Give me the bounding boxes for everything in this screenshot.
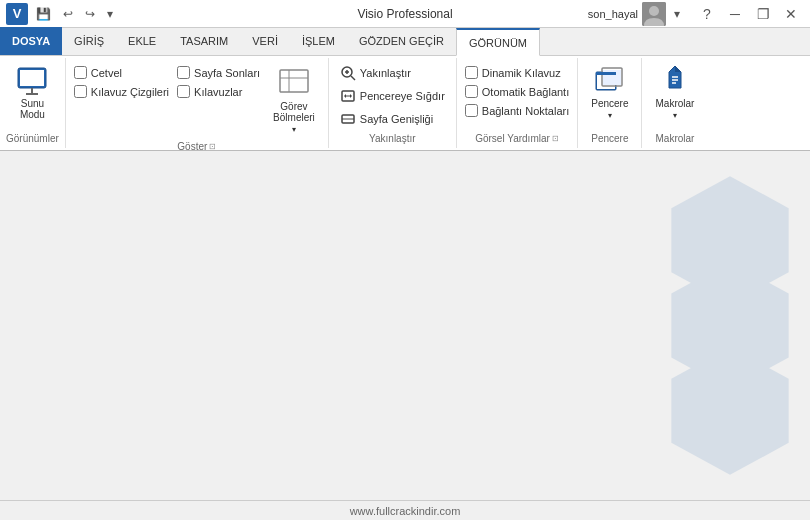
svg-rect-3 xyxy=(20,70,44,86)
gorsel-yardimlar-label: Görsel Yardımlar ⊡ xyxy=(463,131,571,146)
tab-ekle[interactable]: EKLE xyxy=(116,27,168,55)
ribbon: SunuModu Görünümler Cetvel Kılavuz Çizgi… xyxy=(0,56,810,151)
pencere-label: Pencere xyxy=(591,98,628,109)
svg-point-1 xyxy=(649,6,659,16)
pencere-dropdown-arrow: ▾ xyxy=(608,111,612,120)
qat-dropdown[interactable]: ▾ xyxy=(103,5,117,23)
cetvel-input[interactable] xyxy=(74,66,87,79)
ribbon-group-gorsel-yardimlar: Dinamik Kılavuz Otomatik Bağlantı Bağlan… xyxy=(457,58,578,148)
ribbon-group-yakinlastir: Yakınlaştır Pencereye Sığdır xyxy=(329,58,457,148)
tab-gozden[interactable]: GÖZDEN GEÇİR xyxy=(347,27,456,55)
makrolar-button[interactable]: Makrolar ▾ xyxy=(648,60,701,124)
yakinlastir-col: Yakınlaştır Pencereye Sığdır xyxy=(335,60,450,130)
help-button[interactable]: ? xyxy=(694,4,720,24)
close-button[interactable]: ✕ xyxy=(778,4,804,24)
sayfa-sonlari-label: Sayfa Sonları xyxy=(194,67,260,79)
gorev-bolumleri-button[interactable]: GörevBölmeleri ▾ xyxy=(266,62,322,139)
sayfa-sonlari-checkbox[interactable]: Sayfa Sonları xyxy=(175,64,262,81)
qat-redo[interactable]: ↪ xyxy=(81,5,99,23)
title-bar-left: V 💾 ↩ ↪ ▾ xyxy=(6,3,117,25)
kilavuzlar-checkbox[interactable]: Kılavuzlar xyxy=(175,83,262,100)
goster-content: Cetvel Kılavuz Çizgileri Sayfa Sonları K… xyxy=(72,60,322,139)
yakinlastir-button[interactable]: Yakınlaştır xyxy=(335,62,450,84)
kilavuz-cizgileri-input[interactable] xyxy=(74,85,87,98)
yakinlastir-content: Yakınlaştır Pencereye Sığdır xyxy=(335,60,450,131)
sunu-modu-label: SunuModu xyxy=(20,98,45,120)
gorsel-yardimlar-col: Dinamik Kılavuz Otomatik Bağlantı Bağlan… xyxy=(463,60,571,119)
goster-expand-icon[interactable]: ⊡ xyxy=(209,142,216,151)
user-area[interactable]: son_hayal ▾ xyxy=(588,2,684,26)
makrolar-icon xyxy=(659,64,691,96)
sunu-modu-icon xyxy=(16,64,48,96)
gorsel-expand-icon[interactable]: ⊡ xyxy=(552,134,559,143)
qat-save[interactable]: 💾 xyxy=(32,5,55,23)
sayfa-sonlari-input[interactable] xyxy=(177,66,190,79)
gorev-bolumleri-label: GörevBölmeleri xyxy=(273,101,315,123)
dinamik-kilavuz-input[interactable] xyxy=(465,66,478,79)
gorev-bolumleri-icon xyxy=(278,67,310,99)
status-bar: www.fullcrackindir.com xyxy=(0,500,810,520)
gorev-bolumleri-arrow: ▾ xyxy=(292,125,296,134)
kilavuzlar-label: Kılavuzlar xyxy=(194,86,242,98)
goster-col1: Cetvel Kılavuz Çizgileri xyxy=(72,60,171,100)
pencere-group-label: Pencere xyxy=(584,131,635,146)
qat-undo[interactable]: ↩ xyxy=(59,5,77,23)
makrolar-content: Makrolar ▾ xyxy=(648,60,701,131)
baglanti-noktalari-input[interactable] xyxy=(465,104,478,117)
kilavuz-cizgileri-label: Kılavuz Çizgileri xyxy=(91,86,169,98)
makrolar-label: Makrolar xyxy=(655,98,694,109)
restore-button[interactable]: ❐ xyxy=(750,4,776,24)
kilavuz-cizgileri-checkbox[interactable]: Kılavuz Çizgileri xyxy=(72,83,171,100)
ribbon-group-pencere: Pencere ▾ Pencere xyxy=(578,58,642,148)
minimize-button[interactable]: ─ xyxy=(722,4,748,24)
otomatik-baglanti-checkbox[interactable]: Otomatik Bağlantı xyxy=(463,83,571,100)
pencere-icon xyxy=(594,64,626,96)
yakinlastir-label: Yakınlaştır xyxy=(335,131,450,146)
ribbon-tabs-bar: DOSYA GİRİŞ EKLE TASARIM VERİ İŞLEM GÖZD… xyxy=(0,28,810,56)
baglanti-noktalari-checkbox[interactable]: Bağlantı Noktaları xyxy=(463,102,571,119)
pencere-content: Pencere ▾ xyxy=(584,60,635,131)
dinamik-kilavuz-checkbox[interactable]: Dinamik Kılavuz xyxy=(463,64,571,81)
yakinlastir-label: Yakınlaştır xyxy=(360,67,411,79)
yakinlastir-icon xyxy=(340,65,356,81)
ribbon-group-makrolar: Makrolar ▾ Makrolar xyxy=(642,58,707,148)
sayfa-genisligi-button[interactable]: Sayfa Genişliği xyxy=(335,108,450,130)
tab-veri[interactable]: VERİ xyxy=(240,27,290,55)
gorunumler-label: Görünümler xyxy=(6,131,59,146)
kilavuzlar-input[interactable] xyxy=(177,85,190,98)
gorunumler-content: SunuModu xyxy=(7,60,57,131)
gorev-bolumleri-container: GörevBölmeleri ▾ xyxy=(266,62,322,139)
title-bar: V 💾 ↩ ↪ ▾ Visio Professional son_hayal ▾… xyxy=(0,0,810,28)
tab-dosya[interactable]: DOSYA xyxy=(0,27,62,55)
cetvel-checkbox[interactable]: Cetvel xyxy=(72,64,171,81)
sayfa-genisligi-label: Sayfa Genişliği xyxy=(360,113,433,125)
tab-gorunum[interactable]: GÖRÜNÜM xyxy=(456,28,540,56)
ribbon-group-goster: Cetvel Kılavuz Çizgileri Sayfa Sonları K… xyxy=(66,58,329,148)
svg-line-10 xyxy=(351,76,355,80)
svg-rect-23 xyxy=(596,72,616,75)
otomatik-baglanti-label: Otomatik Bağlantı xyxy=(482,86,569,98)
pencereye-sigdir-icon xyxy=(340,88,356,104)
pencereye-sigdir-button[interactable]: Pencereye Sığdır xyxy=(335,85,450,107)
otomatik-baglanti-input[interactable] xyxy=(465,85,478,98)
tab-islem[interactable]: İŞLEM xyxy=(290,27,347,55)
status-url: www.fullcrackindir.com xyxy=(350,505,461,517)
user-avatar xyxy=(642,2,666,26)
pencereye-sigdir-label: Pencereye Sığdır xyxy=(360,90,445,102)
tab-tasarim[interactable]: TASARIM xyxy=(168,27,240,55)
gorsel-yardimlar-content: Dinamik Kılavuz Otomatik Bağlantı Bağlan… xyxy=(463,60,571,131)
makrolar-group-label: Makrolar xyxy=(648,131,701,146)
cetvel-label: Cetvel xyxy=(91,67,122,79)
sunu-modu-button[interactable]: SunuModu xyxy=(7,60,57,124)
pencere-button[interactable]: Pencere ▾ xyxy=(584,60,635,124)
dinamik-kilavuz-label: Dinamik Kılavuz xyxy=(482,67,561,79)
user-name: son_hayal xyxy=(588,8,638,20)
title-bar-right: son_hayal ▾ ? ─ ❐ ✕ xyxy=(588,2,804,26)
svg-marker-15 xyxy=(344,94,346,98)
makrolar-dropdown-arrow: ▾ xyxy=(673,111,677,120)
ribbon-group-gorunumler: SunuModu Görünümler xyxy=(0,58,66,148)
sayfa-genisligi-icon xyxy=(340,111,356,127)
baglanti-noktalari-label: Bağlantı Noktaları xyxy=(482,105,569,117)
tab-giris[interactable]: GİRİŞ xyxy=(62,27,116,55)
user-dropdown[interactable]: ▾ xyxy=(670,5,684,23)
